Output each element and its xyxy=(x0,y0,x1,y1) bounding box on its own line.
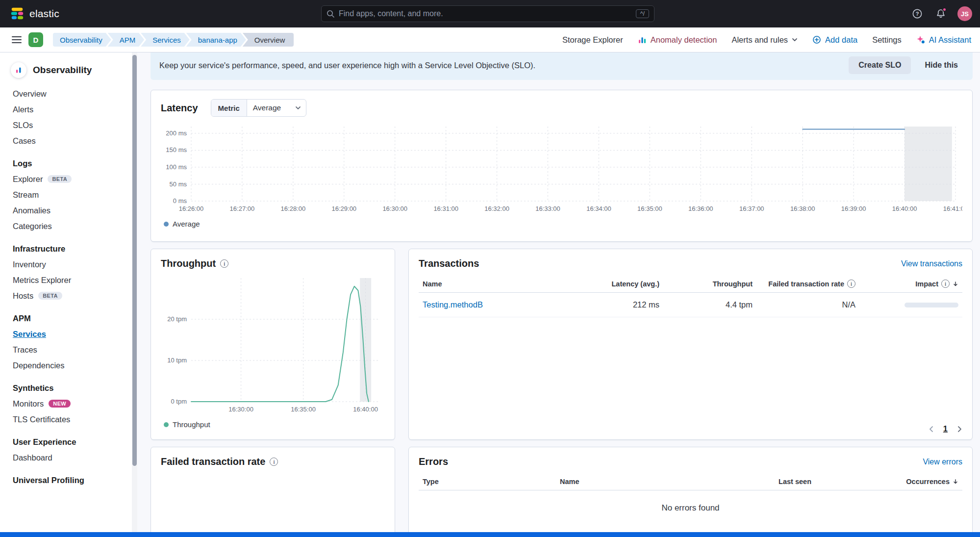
transaction-throughput-value: 4.4 tpm xyxy=(663,293,756,317)
sidebar-item-anomalies[interactable]: Anomalies xyxy=(0,203,137,218)
latency-chart: 16:26:0016:27:0016:28:0016:29:0016:30:00… xyxy=(161,123,962,216)
transaction-name-link[interactable]: Testing.methodB xyxy=(419,293,580,317)
info-icon: i xyxy=(941,280,950,288)
col-header-occurrences[interactable]: Occurrences xyxy=(815,473,962,490)
col-header-latency[interactable]: Latency (avg.) xyxy=(580,275,663,293)
errors-panel: Errors View errors Type Name Last seen O… xyxy=(408,447,973,532)
notification-dot xyxy=(942,7,947,12)
chevron-down-icon xyxy=(792,37,798,43)
beta-badge: BETA xyxy=(48,175,72,183)
breadcrumb-services[interactable]: Services xyxy=(141,33,190,47)
sidebar-item-services[interactable]: Services xyxy=(0,326,137,342)
transaction-impact-bar xyxy=(859,293,962,317)
menu-hamburger-icon[interactable] xyxy=(9,32,25,48)
transactions-table: Name Latency (avg.) Throughput Failed tr… xyxy=(419,275,962,317)
sidebar-item-tls-certificates[interactable]: TLS Certificates xyxy=(0,411,137,427)
svg-text:10 tpm: 10 tpm xyxy=(167,357,187,364)
pagination: 1 xyxy=(928,424,963,434)
col-header-last-seen[interactable]: Last seen xyxy=(707,473,815,490)
throughput-panel-title: Throughput i xyxy=(161,258,228,269)
svg-text:150 ms: 150 ms xyxy=(166,146,187,153)
observability-logo-icon xyxy=(11,62,26,78)
svg-text:16:35:00: 16:35:00 xyxy=(291,406,316,413)
transactions-panel: Transactions View transactions Name Late… xyxy=(408,249,973,440)
sidebar-item-monitors[interactable]: Monitors NEW xyxy=(0,396,137,411)
sidebar-item-slos[interactable]: SLOs xyxy=(0,117,137,133)
ai-assistant-icon xyxy=(916,35,925,44)
col-header-type[interactable]: Type xyxy=(419,473,556,490)
svg-text:16:26:00: 16:26:00 xyxy=(179,205,204,212)
ai-assistant-link[interactable]: AI Assistant xyxy=(916,35,971,45)
errors-table: Type Name Last seen Occurrences xyxy=(419,473,962,490)
latency-panel-title: Latency xyxy=(161,102,198,114)
sidebar-item-dependencies[interactable]: Dependencies xyxy=(0,358,137,373)
svg-text:16:35:00: 16:35:00 xyxy=(637,205,662,212)
hide-this-button[interactable]: Hide this xyxy=(920,56,963,74)
col-header-name[interactable]: Name xyxy=(419,275,580,293)
sidebar-item-inventory[interactable]: Inventory xyxy=(0,256,137,272)
col-header-impact[interactable]: Impact i xyxy=(859,275,962,293)
sidebar-item-metrics-explorer[interactable]: Metrics Explorer xyxy=(0,272,137,288)
elastic-home-link[interactable]: elastic xyxy=(10,6,59,21)
prev-page-icon[interactable] xyxy=(928,425,935,433)
svg-text:0 tpm: 0 tpm xyxy=(171,398,187,405)
sidebar-title: Observability xyxy=(33,65,92,76)
info-icon: i xyxy=(847,280,855,288)
user-avatar[interactable]: JS xyxy=(957,6,972,21)
new-badge: NEW xyxy=(49,400,71,408)
add-data-link[interactable]: Add data xyxy=(812,35,857,45)
space-badge[interactable]: D xyxy=(28,32,43,47)
col-header-failed-rate[interactable]: Failed transaction rate i xyxy=(756,275,859,293)
anomaly-detection-link[interactable]: Anomaly detection xyxy=(638,35,717,45)
svg-text:0 ms: 0 ms xyxy=(173,197,187,205)
svg-text:20 tpm: 20 tpm xyxy=(167,315,187,323)
elastic-logo xyxy=(10,6,25,21)
errors-panel-title: Errors xyxy=(419,456,448,467)
sidebar-item-alerts[interactable]: Alerts xyxy=(0,102,137,117)
help-icon[interactable]: ? xyxy=(910,7,924,21)
sidebar-item-dashboard[interactable]: Dashboard xyxy=(0,450,137,465)
svg-text:16:39:00: 16:39:00 xyxy=(841,205,866,212)
svg-text:16:32:00: 16:32:00 xyxy=(484,205,509,212)
legend-dot xyxy=(164,422,169,427)
col-header-throughput[interactable]: Throughput xyxy=(663,275,756,293)
sidebar-item-traces[interactable]: Traces xyxy=(0,342,137,358)
sidebar-item-explorer[interactable]: Explorer BETA xyxy=(0,171,137,187)
slo-banner-text: Keep your service's performance, speed, … xyxy=(159,61,840,70)
page-number[interactable]: 1 xyxy=(943,424,948,434)
breadcrumb-observability[interactable]: Observability xyxy=(53,33,111,47)
global-search[interactable]: ^/ xyxy=(321,5,654,22)
sidebar-section-apm: APM xyxy=(0,310,137,326)
beta-badge: BETA xyxy=(38,292,62,300)
next-page-icon[interactable] xyxy=(955,425,963,433)
search-shortcut-hint: ^/ xyxy=(636,9,649,19)
sidebar-item-hosts[interactable]: Hosts BETA xyxy=(0,288,137,304)
sidebar-item-cases[interactable]: Cases xyxy=(0,133,137,149)
metric-label: Metric xyxy=(211,100,247,116)
global-search-input[interactable] xyxy=(339,9,631,18)
breadcrumb-banana-app[interactable]: banana-app xyxy=(186,33,246,47)
info-icon[interactable]: i xyxy=(270,458,278,466)
storage-explorer-link[interactable]: Storage Explorer xyxy=(562,35,623,45)
sidebar-scrollbar-thumb[interactable] xyxy=(132,55,137,466)
view-errors-link[interactable]: View errors xyxy=(923,458,962,466)
sidebar-item-stream[interactable]: Stream xyxy=(0,187,137,203)
settings-link[interactable]: Settings xyxy=(872,35,902,45)
sidebar-section-infrastructure: Infrastructure xyxy=(0,241,137,256)
metric-select[interactable]: Average xyxy=(247,100,306,116)
col-header-error-name[interactable]: Name xyxy=(556,473,707,490)
brand-wordmark: elastic xyxy=(29,8,59,20)
svg-text:16:37:00: 16:37:00 xyxy=(739,205,764,212)
svg-text:16:34:00: 16:34:00 xyxy=(586,205,611,212)
transaction-latency-value: 212 ms xyxy=(580,293,663,317)
sidebar-item-overview[interactable]: Overview xyxy=(0,86,137,102)
svg-text:200 ms: 200 ms xyxy=(166,129,187,137)
breadcrumb-apm[interactable]: APM xyxy=(108,33,145,47)
create-slo-button[interactable]: Create SLO xyxy=(849,56,911,74)
sidebar-section-logs: Logs xyxy=(0,155,137,171)
view-transactions-link[interactable]: View transactions xyxy=(901,259,962,268)
notifications-bell-icon[interactable] xyxy=(934,7,948,21)
alerts-and-rules-menu[interactable]: Alerts and rules xyxy=(731,35,798,45)
sidebar-item-categories[interactable]: Categories xyxy=(0,218,137,234)
info-icon[interactable]: i xyxy=(220,259,228,268)
